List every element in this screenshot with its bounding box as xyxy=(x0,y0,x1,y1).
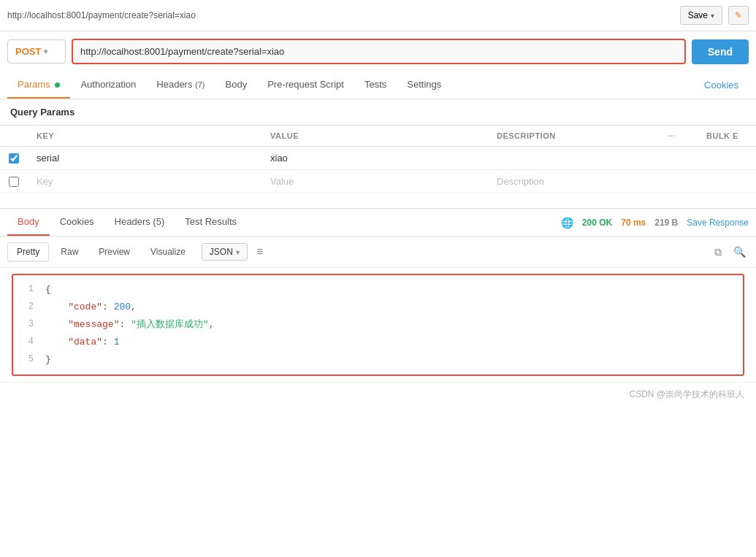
tab-params[interactable]: Params xyxy=(7,72,70,99)
placeholder-description[interactable]: Description xyxy=(488,170,646,193)
code-line-3: 3 "message": "插入数据库成功", xyxy=(13,316,743,334)
save-chevron-icon: ▾ xyxy=(711,12,714,20)
code-content-2: "code": 200, xyxy=(45,299,737,315)
col-bulk: Bulk E xyxy=(698,126,756,147)
col-value: VALUE xyxy=(261,126,488,147)
footer: CSDN @崇尚学技术的科班人 xyxy=(0,382,756,407)
tab-prerequest-label: Pre-request Script xyxy=(267,79,344,90)
response-tab-body[interactable]: Body xyxy=(7,209,50,236)
size-stat: 219 B xyxy=(654,218,678,228)
tab-body[interactable]: Body xyxy=(215,72,258,99)
response-headers-badge: (5) xyxy=(153,216,164,227)
row-description[interactable] xyxy=(488,147,646,170)
placeholder-value[interactable]: Value xyxy=(261,170,488,193)
code-line-2: 2 "code": 200, xyxy=(13,299,743,316)
top-url-display: http://localhost:8001/payment/create?ser… xyxy=(7,10,674,20)
placeholder-bulk xyxy=(698,170,756,193)
method-select[interactable]: POST ▾ xyxy=(7,39,66,64)
tab-params-label: Params xyxy=(18,79,50,90)
response-toolbar: Pretty Raw Preview Visualize JSON ▾ ≡ ⧉ … xyxy=(0,237,756,268)
str-message: "插入数据库成功" xyxy=(131,319,209,330)
num-200: 200 xyxy=(114,301,131,312)
tab-settings[interactable]: Settings xyxy=(397,72,451,99)
format-chevron-icon: ▾ xyxy=(236,248,240,256)
value-placeholder: Value xyxy=(270,176,294,187)
format-select[interactable]: JSON ▾ xyxy=(202,243,248,261)
row-checkbox[interactable] xyxy=(9,153,19,164)
code-content-3: "message": "插入数据库成功", xyxy=(45,317,737,333)
code-line-4: 4 "data": 1 xyxy=(13,334,743,351)
col-actions: ··· xyxy=(646,126,698,147)
col-description: DESCRIPTION xyxy=(488,126,646,147)
headers-badge: (7) xyxy=(195,80,205,89)
placeholder-checkbox[interactable] xyxy=(9,177,19,187)
filter-icon-button[interactable]: ≡ xyxy=(252,242,267,261)
save-response-button[interactable]: Save Response xyxy=(687,218,749,228)
num-data: 1 xyxy=(114,337,120,347)
tab-tests-label: Tests xyxy=(364,79,386,90)
query-params-section: Query Params KEY VALUE DESCRIPTION ··· B… xyxy=(0,99,756,193)
table-row-placeholder: Key Value Description xyxy=(0,170,756,193)
tab-headers-label: Headers (7) xyxy=(156,79,205,90)
code-content-5: } xyxy=(45,352,737,368)
key-placeholder: Key xyxy=(37,176,53,187)
view-preview-button[interactable]: Preview xyxy=(90,243,139,261)
placeholder-key[interactable]: Key xyxy=(28,170,261,193)
send-button[interactable]: Send xyxy=(692,39,749,64)
response-meta: 🌐 200 OK 70 ms 219 B Save Response xyxy=(561,217,749,228)
response-section: Body Cookies Headers (5) Test Results 🌐 … xyxy=(0,208,756,376)
response-tab-test-results[interactable]: Test Results xyxy=(175,209,247,236)
line-num-1: 1 xyxy=(19,282,34,296)
url-input-container xyxy=(72,39,686,64)
row-key[interactable]: serial xyxy=(28,147,261,170)
toolbar-right: ⧉ 🔍 xyxy=(711,243,749,261)
view-pretty-button[interactable]: Pretty xyxy=(7,242,49,261)
response-code-block: 1 { 2 "code": 200, 3 "message": "插入数据库成功… xyxy=(12,274,744,376)
cookies-tab[interactable]: Cookies xyxy=(694,72,749,98)
row-actions-cell xyxy=(646,147,698,170)
params-dot xyxy=(55,82,60,88)
tab-authorization-label: Authorization xyxy=(80,79,136,90)
col-key: KEY xyxy=(28,126,261,147)
table-row: serial xiao xyxy=(0,147,756,170)
response-test-results-label: Test Results xyxy=(185,216,237,227)
status-badge: 200 OK xyxy=(582,218,612,228)
save-label: Save xyxy=(688,10,708,20)
key-message: "message" xyxy=(68,319,119,330)
desc-placeholder: Description xyxy=(497,176,544,187)
save-button[interactable]: Save ▾ xyxy=(680,6,722,25)
key-data: "data" xyxy=(68,337,102,347)
url-input[interactable] xyxy=(73,40,684,63)
row-value[interactable]: xiao xyxy=(261,147,488,170)
method-label: POST xyxy=(15,46,41,57)
tab-prerequest[interactable]: Pre-request Script xyxy=(257,72,354,99)
line-num-4: 4 xyxy=(19,334,34,349)
params-table: KEY VALUE DESCRIPTION ··· Bulk E serial xyxy=(0,125,756,193)
method-chevron-icon: ▾ xyxy=(44,47,47,55)
code-content-1: { xyxy=(45,282,737,298)
response-tab-headers[interactable]: Headers (5) xyxy=(104,209,175,236)
copy-icon-button[interactable]: ⧉ xyxy=(711,243,725,261)
search-icon-button[interactable]: 🔍 xyxy=(730,243,749,261)
line-num-3: 3 xyxy=(19,317,34,331)
tab-authorization[interactable]: Authorization xyxy=(70,72,146,99)
response-body-label: Body xyxy=(18,216,39,227)
row-bulk-cell xyxy=(698,147,756,170)
bulk-edit-label: Bulk E xyxy=(706,131,738,140)
view-raw-button[interactable]: Raw xyxy=(52,243,87,261)
code-content-4: "data": 1 xyxy=(45,334,737,350)
time-stat: 70 ms xyxy=(621,218,646,228)
response-headers-label: Headers (5) xyxy=(115,216,165,227)
edit-button[interactable]: ✎ xyxy=(728,6,749,25)
code-line-1: 1 { xyxy=(13,281,743,299)
tab-settings-label: Settings xyxy=(407,79,441,90)
line-num-2: 2 xyxy=(19,299,34,314)
top-bar: http://localhost:8001/payment/create?ser… xyxy=(0,0,756,31)
tab-body-label: Body xyxy=(226,79,248,90)
tab-tests[interactable]: Tests xyxy=(354,72,397,99)
tab-headers[interactable]: Headers (7) xyxy=(146,72,215,99)
section-title: Query Params xyxy=(0,99,756,125)
code-line-5: 5 } xyxy=(13,351,743,369)
view-visualize-button[interactable]: Visualize xyxy=(142,243,194,261)
response-tab-cookies[interactable]: Cookies xyxy=(50,209,104,236)
